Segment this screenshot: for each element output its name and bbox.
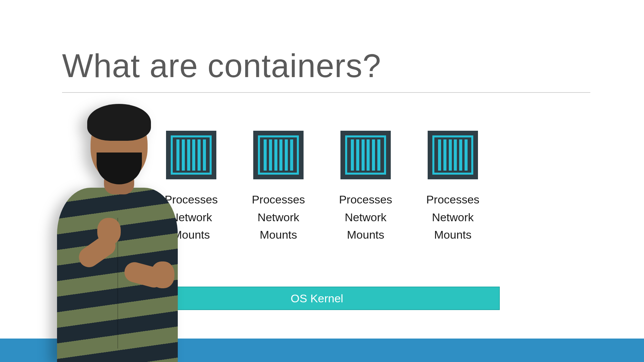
containers-row: Processes Network Mounts Processes Netwo… — [161, 131, 483, 244]
label-mounts: Mounts — [339, 226, 392, 244]
presenter-photo — [40, 107, 195, 362]
label-network: Network — [426, 208, 480, 226]
container-icon — [428, 131, 478, 179]
label-mounts: Mounts — [426, 226, 480, 244]
os-kernel-label: OS Kernel — [291, 292, 343, 305]
label-network: Network — [339, 208, 392, 226]
slide-title: What are containers? — [62, 47, 381, 85]
container-icon — [340, 131, 391, 179]
container-labels: Processes Network Mounts — [252, 191, 305, 244]
container-2: Processes Network Mounts — [248, 131, 309, 244]
label-network: Network — [252, 208, 305, 226]
label-mounts: Mounts — [252, 226, 305, 244]
container-labels: Processes Network Mounts — [426, 191, 480, 244]
container-icon — [253, 131, 304, 179]
container-labels: Processes Network Mounts — [339, 191, 392, 244]
label-processes: Processes — [426, 191, 480, 208]
label-processes: Processes — [339, 191, 392, 208]
title-divider — [62, 92, 590, 93]
label-processes: Processes — [252, 191, 305, 208]
container-4: Processes Network Mounts — [423, 131, 483, 244]
container-3: Processes Network Mounts — [335, 131, 396, 244]
